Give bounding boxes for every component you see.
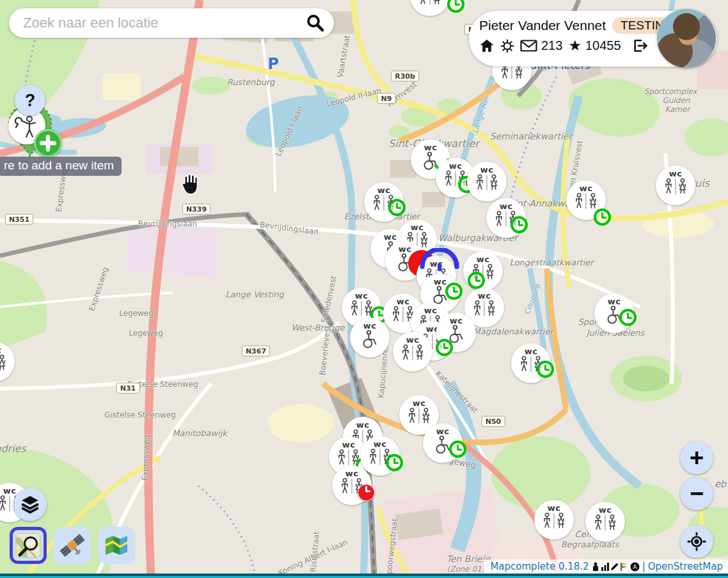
- mail-icon[interactable]: [520, 40, 537, 52]
- wc-label: wc: [599, 506, 612, 514]
- user-name: Pieter Vander Vennet: [479, 18, 606, 33]
- attribution-separator: |: [642, 561, 645, 572]
- man-woman-icon: [406, 407, 432, 425]
- app-version[interactable]: Mapcomplete 0.18.2: [490, 561, 589, 572]
- attribution-icons: A: [592, 562, 640, 572]
- clock-hands-icon: [622, 311, 634, 324]
- circle-a-icon[interactable]: A: [630, 562, 640, 572]
- satellite-button[interactable]: [54, 527, 91, 564]
- wc-label: wc: [384, 233, 397, 241]
- folded-map-button[interactable]: [98, 527, 135, 564]
- wc-label: wc: [480, 166, 494, 174]
- wc-label: wc: [413, 399, 426, 407]
- add-item-plus-button[interactable]: [34, 129, 62, 157]
- wc-label: wc: [411, 223, 424, 231]
- man-woman-icon: [0, 354, 8, 372]
- pencil-icon[interactable]: [610, 562, 619, 571]
- poi-markers-layer: wc wc wc wc wc: [0, 0, 728, 578]
- wc-label: wc: [500, 202, 513, 210]
- wc-label: wc: [424, 143, 438, 152]
- clock-hands-icon: [450, 0, 462, 10]
- search-icon[interactable]: [305, 13, 325, 33]
- closed-now-badge: [358, 484, 375, 501]
- wc-label: wc: [363, 322, 377, 330]
- toilet-marker[interactable]: wc: [467, 162, 507, 201]
- changeset-count: 10455: [585, 38, 621, 53]
- wc-label: wc: [449, 162, 463, 170]
- geolocate-button[interactable]: [680, 525, 713, 558]
- wc-label: wc: [374, 440, 387, 448]
- map-magnifier-icon: [15, 533, 41, 558]
- user-avatar[interactable]: [657, 9, 716, 68]
- man-woman-icon: [473, 174, 500, 192]
- wc-label: wc: [356, 421, 370, 429]
- toilet-marker[interactable]: wc: [393, 332, 432, 371]
- toilet-marker[interactable]: wc: [410, 0, 450, 16]
- svg-text:A: A: [633, 563, 637, 570]
- opening-hours-badge: [388, 199, 406, 216]
- toilet-marker[interactable]: wc: [0, 342, 15, 382]
- gear-icon[interactable]: [500, 39, 514, 53]
- search-input[interactable]: [22, 14, 305, 32]
- clock-hands-icon: [452, 443, 464, 455]
- zoom-in-button[interactable]: +: [680, 441, 713, 474]
- logout-icon[interactable]: [632, 38, 649, 53]
- minus-glyph: −: [690, 480, 704, 508]
- wc-label: wc: [406, 336, 420, 344]
- wheelchair-icon: [358, 330, 381, 350]
- wc-label: wc: [355, 292, 368, 300]
- attribution-bar: Mapcomplete 0.18.2 A | OpenStreetMap: [484, 559, 728, 574]
- wc-label: wc: [525, 347, 538, 355]
- flag-icon[interactable]: [620, 562, 629, 571]
- opening-hours-badge: [386, 454, 403, 471]
- man-woman-icon: [592, 514, 619, 532]
- layers-button[interactable]: [13, 488, 47, 521]
- person-stats-icon[interactable]: [592, 562, 600, 571]
- bottom-strip: [0, 574, 728, 578]
- clock-hands-icon: [388, 457, 400, 469]
- hand-cursor-icon: [178, 172, 200, 196]
- toilet-marker[interactable]: wc: [656, 166, 695, 205]
- zoom-out-button[interactable]: −: [680, 477, 713, 510]
- opening-hours-badge: [445, 283, 463, 300]
- toilet-marker[interactable]: wc: [350, 318, 390, 357]
- wc-label: wc: [377, 186, 391, 194]
- osm-link[interactable]: OpenStreetMap: [648, 561, 723, 572]
- opening-hours-badge: [436, 339, 453, 356]
- wc-label: wc: [424, 306, 438, 315]
- clock-hands-icon: [513, 219, 525, 231]
- wc-label: wc: [399, 245, 412, 253]
- osm-carto-button[interactable]: [10, 527, 47, 564]
- blue-arc-marker[interactable]: [419, 248, 460, 272]
- wc-label: wc: [342, 441, 356, 449]
- home-icon[interactable]: [479, 39, 495, 52]
- clock-hands-icon: [360, 485, 372, 497]
- toilet-marker[interactable]: wc: [585, 502, 625, 542]
- man-woman-icon: [471, 300, 498, 318]
- wc-label: wc: [3, 487, 17, 495]
- clock-hands-icon: [448, 285, 460, 297]
- bar-chart-icon[interactable]: [601, 562, 610, 571]
- man-woman-icon: [573, 192, 599, 210]
- question-mark: ?: [25, 91, 36, 111]
- help-button[interactable]: ?: [15, 85, 45, 116]
- wc-label: wc: [397, 297, 410, 306]
- man-woman-icon: [662, 178, 689, 196]
- arc-icon: [419, 248, 460, 272]
- wc-label: wc: [580, 184, 593, 192]
- satellite-icon: [58, 531, 86, 559]
- wc-label: wc: [478, 292, 491, 300]
- opening-hours-badge: [449, 441, 466, 458]
- opening-hours-badge: [468, 272, 485, 289]
- clock-hands-icon: [470, 274, 482, 286]
- wc-label: wc: [436, 427, 450, 435]
- background-chooser: [10, 527, 135, 564]
- toilet-marker[interactable]: wc: [534, 500, 574, 540]
- wc-label: wc: [434, 277, 447, 286]
- location-search-bar[interactable]: [9, 8, 334, 38]
- man-woman-icon: [399, 344, 426, 362]
- opening-hours-badge: [447, 0, 464, 13]
- wc-label: wc: [345, 469, 359, 478]
- star-icon: ★: [568, 38, 582, 53]
- hand-glyph: [178, 172, 200, 196]
